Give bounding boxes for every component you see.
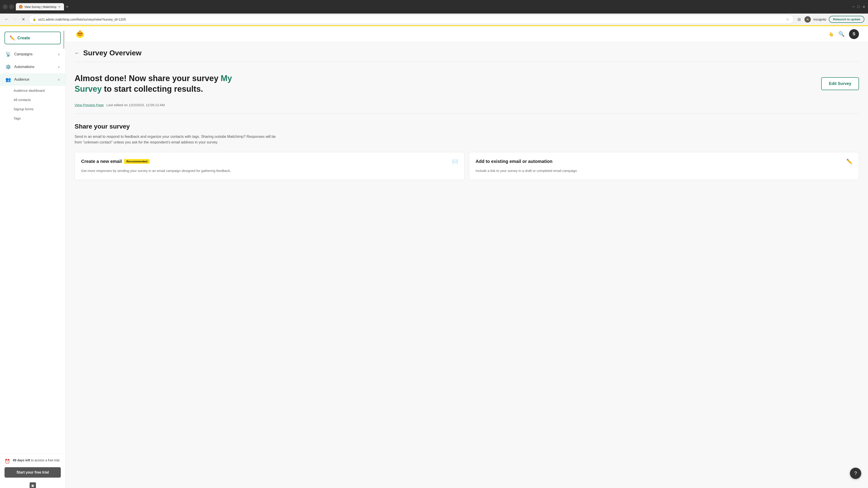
hero-text: Almost done! Now share your survey My Su… (74, 73, 244, 94)
automations-label: Automations (14, 65, 55, 69)
address-bar-row: ← → ✕ 🔒 us21.admin.mailchimp.com/lists/s… (0, 13, 868, 25)
mailchimp-logo (74, 29, 86, 39)
hero-text-before: Almost done! Now share your survey (74, 74, 221, 83)
sidebar: ✏️ Create 📡 Campaigns ∨ ⚙️ Automations ∨… (0, 26, 66, 488)
bookmark-icon[interactable]: ☆ (785, 16, 790, 22)
svg-point-2 (79, 33, 80, 34)
share-card-existing-email[interactable]: Add to existing email or automation ✏️ I… (469, 152, 859, 180)
browser-forward-button[interactable]: › (9, 4, 14, 9)
sidebar-subitem-audience-dashboard[interactable]: Audience dashboard (0, 86, 65, 95)
campaigns-chevron-icon: ∨ (58, 53, 60, 56)
new-tab-button[interactable]: + (64, 3, 70, 10)
sidebar-scroll-thumb (63, 31, 64, 49)
create-button-label: Create (18, 36, 30, 40)
section-divider (74, 113, 859, 114)
sidebar-item-campaigns[interactable]: 📡 Campaigns ∨ (0, 48, 65, 61)
sidebar-item-automations[interactable]: ⚙️ Automations ∨ (0, 61, 65, 73)
hero-text-after: to start collecting results. (102, 84, 203, 94)
card-title-existing-email: Add to existing email or automation (475, 159, 553, 164)
active-tab[interactable]: 🐵 View Survey | Mailchimp ✕ (16, 3, 64, 10)
create-icon: ✏️ (9, 35, 15, 41)
hero-section: Almost done! Now share your survey My Su… (74, 62, 859, 101)
recommended-badge: Recommended (124, 159, 150, 164)
sidebar-subitem-tags[interactable]: Tags (0, 113, 65, 123)
tab-close-button[interactable]: ✕ (58, 5, 61, 8)
header-right: 👆 🔍 S (828, 29, 859, 39)
audience-dashboard-label: Audience dashboard (13, 89, 45, 92)
browser-right-actions: ⊞ 🕵 Incognito Relaunch to update (797, 16, 864, 23)
app-header: 👆 🔍 S (66, 26, 868, 42)
nav-forward-button[interactable]: → (12, 16, 18, 23)
view-preview-link[interactable]: View Preview Page (74, 103, 104, 107)
incognito-label: 🕵 (806, 18, 809, 21)
extensions-button[interactable]: ⊞ (797, 16, 802, 23)
page-back-button[interactable]: ← (74, 50, 80, 56)
share-cards: Create a new email Recommended ✉️ Get mo… (74, 152, 859, 180)
edit-survey-button[interactable]: Edit Survey (821, 77, 859, 90)
trial-info: ⏰ 89 days left to access a free trial. (4, 458, 61, 464)
email-icon: ✉️ (452, 159, 458, 164)
user-avatar[interactable]: S (849, 29, 859, 39)
address-bar[interactable]: 🔒 us21.admin.mailchimp.com/lists/surveys… (29, 15, 794, 24)
maximize-button[interactable]: □ (857, 5, 860, 9)
nav-reload-button[interactable]: ✕ (21, 16, 26, 23)
sidebar-footer: ⏰ 89 days left to access a free trial. S… (0, 453, 65, 482)
share-card-new-email[interactable]: Create a new email Recommended ✉️ Get mo… (74, 152, 465, 180)
card-title-row-existing: Add to existing email or automation (475, 159, 843, 164)
signup-forms-label: Signup forms (13, 107, 33, 111)
sidebar-scrollbar[interactable] (63, 26, 64, 488)
svg-point-4 (79, 30, 81, 33)
campaigns-label: Campaigns (14, 52, 55, 56)
main-content: 👆 🔍 S ← Survey Overview Almost done! Now… (66, 26, 868, 488)
tab-title: View Survey | Mailchimp (24, 5, 56, 8)
card-header-new-email: Create a new email Recommended ✉️ (81, 159, 458, 164)
sidebar-subitem-all-contacts[interactable]: All contacts (0, 95, 65, 104)
browser-chrome: ‹ › 🐵 View Survey | Mailchimp ✕ + ─ □ ✕ (0, 0, 868, 13)
share-section-desc: Send in an email to respond to feedback … (74, 134, 278, 145)
sidebar-item-audience[interactable]: 👥 Audience ∧ (0, 73, 65, 86)
edit-icon: ✏️ (846, 159, 852, 164)
audience-label: Audience (14, 77, 55, 82)
bottom-indicator-icon: ▣ (30, 482, 36, 488)
card-header-existing-email: Add to existing email or automation ✏️ (475, 159, 852, 164)
incognito-icon: 🕵 (804, 16, 811, 23)
last-edited-text: Last edited on 12/2/2023, 12:00:13 AM (106, 103, 165, 107)
card-body-new-email: Get more responses by sending your surve… (81, 168, 458, 173)
tab-bar: 🐵 View Survey | Mailchimp ✕ + ─ □ ✕ (16, 3, 865, 10)
free-trial-button[interactable]: Start your free trial (4, 467, 61, 478)
campaigns-icon: 📡 (5, 52, 11, 57)
trial-text: 89 days left to access a free trial. (13, 458, 60, 463)
automations-chevron-icon: ∨ (58, 65, 60, 69)
minimize-button[interactable]: ─ (852, 5, 855, 9)
share-section: Share your survey Send in an email to re… (74, 123, 859, 187)
card-title-new-email: Create a new email (81, 159, 122, 164)
all-contacts-label: All contacts (13, 98, 31, 102)
audience-icon: 👥 (5, 77, 11, 82)
incognito-text: Incognito (813, 18, 827, 21)
url-display: us21.admin.mailchimp.com/lists/surveys/v… (38, 18, 783, 21)
search-button[interactable]: 🔍 (838, 31, 844, 37)
relaunch-button[interactable]: Relaunch to update (829, 16, 864, 23)
page-title: Survey Overview (83, 49, 142, 57)
card-body-existing-email: Include a link to your survey in a draft… (475, 168, 852, 173)
tab-favicon: 🐵 (19, 5, 23, 8)
cursor-hint: 👆 (828, 31, 834, 37)
app-container: ✏️ Create 📡 Campaigns ∨ ⚙️ Automations ∨… (0, 26, 868, 488)
close-button[interactable]: ✕ (862, 5, 865, 9)
help-button[interactable]: ? (850, 468, 861, 479)
automations-icon: ⚙️ (5, 64, 11, 70)
trial-days: 89 days left (13, 458, 30, 462)
create-button[interactable]: ✏️ Create (4, 32, 61, 44)
security-lock-icon: 🔒 (33, 18, 36, 21)
browser-controls: ‹ › (3, 4, 14, 9)
clock-icon: ⏰ (4, 459, 10, 464)
meta-line: View Preview Page Last edited on 12/2/20… (74, 101, 859, 113)
sidebar-subitem-signup-forms[interactable]: Signup forms (0, 104, 65, 113)
bottom-indicator: ▣ (0, 482, 65, 488)
trial-description: to access a free trial. (31, 458, 60, 462)
nav-back-button[interactable]: ← (4, 16, 9, 23)
page-content: ← Survey Overview Almost done! Now share… (66, 42, 868, 196)
browser-back-button[interactable]: ‹ (3, 4, 8, 9)
svg-point-3 (81, 33, 82, 34)
tags-label: Tags (13, 116, 21, 120)
